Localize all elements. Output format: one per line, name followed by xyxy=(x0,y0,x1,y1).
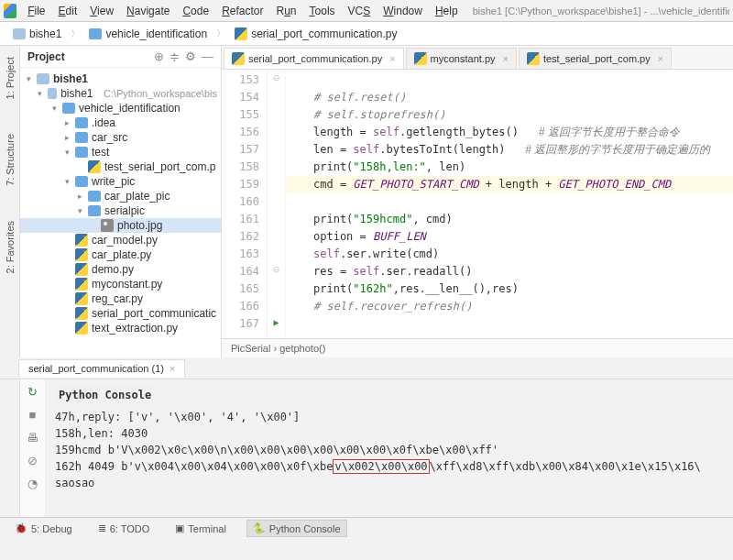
menu-view[interactable]: View xyxy=(84,3,119,19)
tree-row[interactable]: ▸car_plate_pic xyxy=(20,189,221,203)
close-icon[interactable]: × xyxy=(503,53,509,64)
python-file-icon xyxy=(75,263,88,276)
menu-window[interactable]: Window xyxy=(377,3,428,19)
menu-help[interactable]: Help xyxy=(430,3,464,19)
python-file-icon xyxy=(75,322,88,335)
menu-navigate[interactable]: Navigate xyxy=(121,3,175,19)
tree-root[interactable]: ▾bishe1 xyxy=(20,71,221,86)
tree-row[interactable]: text_extraction.py xyxy=(20,321,221,335)
rerun-icon[interactable]: ↻ xyxy=(27,385,38,399)
output-icon[interactable]: 🖶 xyxy=(27,431,38,445)
menu-refactor[interactable]: Refactor xyxy=(216,3,268,19)
tree-row[interactable]: ▾bishe1 C:\Python_workspace\bis xyxy=(20,86,221,101)
folder-icon xyxy=(88,191,101,202)
folder-icon xyxy=(62,103,75,114)
chevron-right-icon: 〉 xyxy=(216,27,225,40)
highlighted-bytes: v\x002\x00\x00 xyxy=(333,459,429,474)
close-icon[interactable]: × xyxy=(170,363,175,374)
nav-file[interactable]: serial_port_communication.py xyxy=(229,26,402,42)
console-left-gutter xyxy=(0,379,20,517)
status-bar: 🐞 5: Debug ≣ 6: TODO ▣ Terminal 🐍 Python… xyxy=(0,517,733,539)
editor-tab[interactable]: myconstant.py× xyxy=(406,48,517,69)
status-todo[interactable]: ≣ 6: TODO xyxy=(93,521,156,536)
console-line: 159hcmd b'V\x002\x0c\x00\n\x00\x00\x00\x… xyxy=(55,442,724,458)
tree-row[interactable]: myconstant.py xyxy=(20,277,221,291)
left-tab-favorites[interactable]: 2: Favorites xyxy=(3,217,17,277)
console-panel: ↻ ■ 🖶 ⊘ ◔ Python Console 47h,reply: ['v'… xyxy=(0,379,733,517)
console-line: 47h,reply: ['v', '\x00', '4', '\x00'] xyxy=(55,409,724,425)
console-line: 162h 4049 b'v\x004\x00\x04\x00\x00\x0f\x… xyxy=(55,458,724,475)
link-icon[interactable]: ⊘ xyxy=(27,454,38,467)
menu-vcs[interactable]: VCS xyxy=(343,3,377,19)
locate-icon[interactable]: ⊕ xyxy=(154,49,164,63)
tree-row[interactable]: ▾vehicle_identification xyxy=(20,101,221,115)
console-toolbar: ↻ ■ 🖶 ⊘ ◔ xyxy=(20,379,46,517)
tree-row[interactable]: car_model.py xyxy=(20,233,221,247)
project-panel-title: Project xyxy=(27,50,148,63)
python-file-icon xyxy=(75,234,88,247)
editor-tab[interactable]: test_serial_port_com.py× xyxy=(519,48,672,69)
tree-row[interactable]: demo.py xyxy=(20,262,221,277)
console-tab-strip: serial_port_communication (1) × xyxy=(0,357,733,379)
console-tab[interactable]: serial_port_communication (1) × xyxy=(18,359,185,378)
console-line: saosao xyxy=(55,475,724,491)
editor-breadcrumb[interactable]: PicSerial › getphoto() xyxy=(222,338,733,357)
app-logo-icon xyxy=(4,4,16,18)
python-file-icon xyxy=(75,248,88,261)
menu-file[interactable]: File xyxy=(22,3,50,19)
close-icon[interactable]: × xyxy=(389,53,395,64)
close-icon[interactable]: × xyxy=(658,53,663,64)
collapse-icon[interactable]: ≑ xyxy=(170,49,180,63)
python-file-icon xyxy=(414,52,427,65)
folder-icon xyxy=(75,176,88,187)
python-file-icon xyxy=(88,160,101,173)
tree-row[interactable]: reg_car.py xyxy=(20,291,221,306)
editor-tab-active[interactable]: serial_port_communication.py× xyxy=(224,48,404,69)
tree-row-selected[interactable]: photo.jpg xyxy=(20,218,221,233)
python-file-icon xyxy=(232,52,245,65)
menu-code[interactable]: Code xyxy=(177,3,214,19)
run-gutter-icon[interactable]: ▶ xyxy=(273,317,279,327)
folder-icon xyxy=(37,73,49,84)
project-tree[interactable]: ▾bishe1 ▾bishe1 C:\Python_workspace\bis … xyxy=(20,68,221,357)
status-debug[interactable]: 🐞 5: Debug xyxy=(9,521,78,536)
chevron-right-icon: 〉 xyxy=(71,27,80,40)
left-tab-structure[interactable]: 7: Structure xyxy=(3,130,17,190)
folder-icon xyxy=(48,88,58,99)
left-tab-project[interactable]: 1: Project xyxy=(3,53,17,103)
line-gutter: 1531541551561571581591601611621631641651… xyxy=(222,70,268,338)
tree-row[interactable]: serial_port_communicatic xyxy=(20,306,221,321)
tree-row[interactable]: ▸car_src xyxy=(20,130,221,145)
history-icon[interactable]: ◔ xyxy=(27,477,38,490)
python-file-icon xyxy=(75,278,88,291)
nav-breadcrumb: bishe1 〉 vehicle_identification 〉 serial… xyxy=(0,22,733,46)
code-content[interactable]: # self.reset() # self.stoprefresh() leng… xyxy=(286,70,733,338)
tree-row[interactable]: ▸.idea xyxy=(20,115,221,130)
menu-run[interactable]: Run xyxy=(271,3,302,19)
hide-icon[interactable]: — xyxy=(202,49,213,63)
console-title: Python Console xyxy=(55,385,155,405)
tree-row[interactable]: car_plate.py xyxy=(20,247,221,262)
python-file-icon xyxy=(75,292,88,305)
nav-folder[interactable]: vehicle_identification xyxy=(83,26,213,42)
menu-bar: File Edit View Navigate Code Refactor Ru… xyxy=(0,0,733,22)
nav-project[interactable]: bishe1 xyxy=(7,26,67,42)
tree-row[interactable]: test_serial_port_com.p xyxy=(20,159,221,174)
fold-gutter: ⊖ ⊖ ▶ xyxy=(268,70,286,338)
tree-row[interactable]: ▾serialpic xyxy=(20,203,221,218)
editor-area: serial_port_communication.py× myconstant… xyxy=(222,46,733,357)
gear-icon[interactable]: ⚙ xyxy=(185,49,196,63)
console-line: 158h,len: 4030 xyxy=(55,425,724,442)
folder-icon xyxy=(88,205,101,216)
menu-tools[interactable]: Tools xyxy=(304,3,341,19)
status-terminal[interactable]: ▣ Terminal xyxy=(170,521,232,536)
console-output[interactable]: Python Console 47h,reply: ['v', '\x00', … xyxy=(46,379,733,517)
status-python-console[interactable]: 🐍 Python Console xyxy=(246,520,347,537)
python-file-icon xyxy=(75,307,88,320)
folder-icon xyxy=(75,117,88,128)
stop-icon[interactable]: ■ xyxy=(29,408,37,422)
menu-edit[interactable]: Edit xyxy=(53,3,83,19)
code-editor[interactable]: 1531541551561571581591601611621631641651… xyxy=(222,70,733,338)
tree-row[interactable]: ▾write_pic xyxy=(20,174,221,189)
tree-row[interactable]: ▾test xyxy=(20,145,221,159)
